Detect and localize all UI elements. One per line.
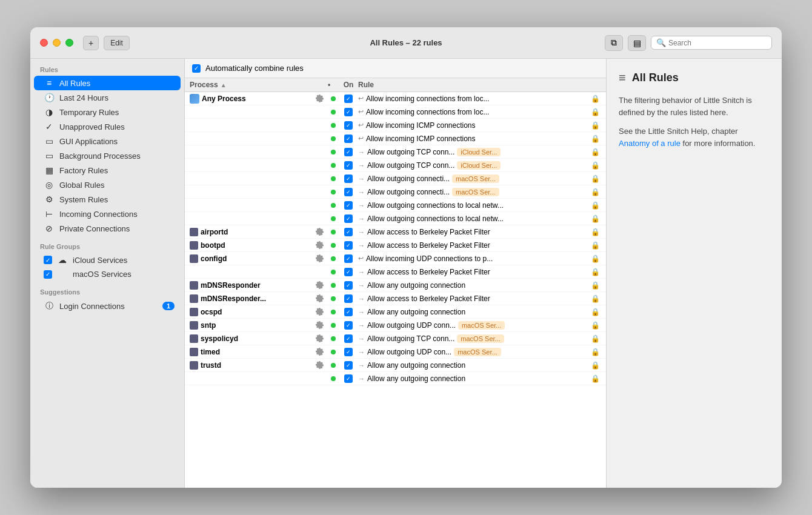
table-row[interactable]: → Allow outgoing TCP conn... iCloud Ser.… <box>185 145 606 159</box>
on-checkbox[interactable] <box>339 161 358 170</box>
gear-button[interactable] <box>311 254 328 262</box>
sidebar-item-macos[interactable]: macOS Services <box>34 267 181 281</box>
table-row[interactable]: Any Process ↩ Allow incoming connections… <box>185 92 606 105</box>
sidebar-item-private[interactable]: ⊘ Private Connections <box>34 221 181 236</box>
sidebar-item-factory[interactable]: ▦ Factory Rules <box>34 163 181 178</box>
rule-tag[interactable]: iCloud Ser... <box>457 161 501 170</box>
gear-button[interactable] <box>311 321 328 329</box>
on-checkbox[interactable] <box>339 121 358 130</box>
table-row[interactable]: → Allow outgoing connections to local ne… <box>185 199 606 212</box>
process-name-cell[interactable]: mDNSResponder <box>190 281 311 290</box>
process-name-cell[interactable]: mDNSResponder... <box>190 294 311 303</box>
on-column-header[interactable]: On <box>339 81 358 89</box>
rule-tag[interactable]: macOS Ser... <box>452 174 499 183</box>
rule-tag[interactable]: iCloud Ser... <box>457 148 501 156</box>
table-row[interactable]: bootpd → Allow access to Berkeley Packet… <box>185 239 606 252</box>
close-button[interactable] <box>40 39 48 47</box>
table-row[interactable]: syspolicyd → Allow outgoing TCP conn... … <box>185 332 606 345</box>
on-checkbox[interactable] <box>339 214 358 223</box>
table-row[interactable]: mDNSResponder → Allow any outgoing conne… <box>185 279 606 292</box>
rule-tag[interactable]: macOS Ser... <box>457 334 504 343</box>
process-name-cell[interactable]: syspolicyd <box>190 334 311 343</box>
add-button[interactable]: + <box>83 36 99 50</box>
sidebar-item-login[interactable]: ⓘ Login Connections 1 <box>34 298 181 314</box>
sidebar-item-icloud[interactable]: ☁ iCloud Services <box>34 253 181 267</box>
gear-button[interactable] <box>311 308 328 316</box>
gear-button[interactable] <box>311 281 328 289</box>
table-row[interactable]: airportd → Allow access to Berkeley Pack… <box>185 225 606 239</box>
sidebar-item-temporary[interactable]: ◑ Temporary Rules <box>34 105 181 119</box>
process-name-cell[interactable]: Any Process <box>190 94 311 104</box>
on-checkbox[interactable] <box>339 294 358 303</box>
gear-button[interactable] <box>311 334 328 342</box>
table-row[interactable]: ocspd → Allow any outgoing connection🔒 <box>185 305 606 319</box>
gear-button[interactable] <box>311 228 328 236</box>
table-row[interactable]: ↩ Allow incoming ICMP connections🔒 <box>185 119 606 132</box>
table-row[interactable]: timed → Allow outgoing UDP con... macOS … <box>185 345 606 359</box>
on-checkbox[interactable] <box>339 348 358 356</box>
on-checkbox[interactable] <box>339 148 358 156</box>
macos-checkbox[interactable] <box>44 270 52 279</box>
table-row[interactable]: configd ↩ Allow incoming UDP connections… <box>185 252 606 265</box>
on-checkbox[interactable] <box>339 228 358 236</box>
table-row[interactable]: → Allow outgoing connections to local ne… <box>185 212 606 225</box>
gear-button[interactable] <box>311 348 328 356</box>
process-name-cell[interactable]: timed <box>190 348 311 356</box>
process-name-cell[interactable]: bootpd <box>190 241 311 250</box>
sidebar-item-unapproved[interactable]: ✓ Unapproved Rules <box>34 119 181 134</box>
process-column-header[interactable]: Process ▲ <box>190 81 311 89</box>
on-checkbox[interactable] <box>339 374 358 383</box>
rule-tag[interactable]: macOS Ser... <box>454 348 501 356</box>
on-checkbox[interactable] <box>339 188 358 196</box>
sidebar-item-global[interactable]: ◎ Global Rules <box>34 178 181 192</box>
anatomy-link[interactable]: Anatomy of a rule <box>619 139 681 148</box>
sidebar-item-incoming[interactable]: ⊢ Incoming Connections <box>34 207 181 221</box>
table-row[interactable]: → Allow access to Berkeley Packet Filter… <box>185 265 606 279</box>
auto-combine-checkbox[interactable] <box>192 64 201 73</box>
on-checkbox[interactable] <box>339 281 358 290</box>
minimize-button[interactable] <box>53 39 61 47</box>
table-row[interactable]: sntp → Allow outgoing UDP conn... macOS … <box>185 319 606 332</box>
process-name-cell[interactable]: trustd <box>190 361 311 370</box>
fullscreen-button[interactable]: ⧉ <box>605 35 623 51</box>
table-row[interactable]: mDNSResponder... → Allow access to Berke… <box>185 292 606 305</box>
gear-button[interactable] <box>311 361 328 369</box>
on-checkbox[interactable] <box>339 108 358 116</box>
on-checkbox[interactable] <box>339 361 358 370</box>
table-row[interactable]: ↩ Allow incoming ICMP connections🔒 <box>185 132 606 145</box>
on-checkbox[interactable] <box>339 268 358 276</box>
process-name-cell[interactable]: sntp <box>190 321 311 330</box>
sidebar-item-system[interactable]: ⚙ System Rules <box>34 192 181 207</box>
rule-tag[interactable]: macOS Ser... <box>452 188 499 196</box>
sidebar-item-background[interactable]: ▭ Background Processes <box>34 148 181 163</box>
sidebar-toggle-button[interactable]: ▤ <box>628 35 646 51</box>
sidebar-item-all-rules[interactable]: ≡ All Rules <box>34 76 181 90</box>
process-name-cell[interactable]: configd <box>190 254 311 263</box>
on-checkbox[interactable] <box>339 308 358 316</box>
process-name-cell[interactable]: ocspd <box>190 308 311 316</box>
on-checkbox[interactable] <box>339 254 358 263</box>
sidebar-item-gui-apps[interactable]: ▭ GUI Applications <box>34 134 181 148</box>
gear-button[interactable] <box>311 241 328 249</box>
icloud-checkbox[interactable] <box>44 256 52 264</box>
on-checkbox[interactable] <box>339 241 358 250</box>
table-row[interactable]: ↩ Allow incoming connections from loc...… <box>185 105 606 119</box>
on-checkbox[interactable] <box>339 135 358 143</box>
edit-button[interactable]: Edit <box>104 36 130 50</box>
search-input[interactable] <box>668 39 767 47</box>
table-row[interactable]: → Allow outgoing TCP conn... iCloud Ser.… <box>185 159 606 172</box>
on-checkbox[interactable] <box>339 95 358 103</box>
rule-tag[interactable]: macOS Ser... <box>458 321 505 330</box>
table-row[interactable]: → Allow any outgoing connection🔒 <box>185 372 606 385</box>
gear-button[interactable] <box>311 95 328 102</box>
process-name-cell[interactable]: airportd <box>190 228 311 236</box>
gear-button[interactable] <box>311 294 328 302</box>
on-checkbox[interactable] <box>339 334 358 343</box>
on-checkbox[interactable] <box>339 201 358 210</box>
search-box[interactable]: 🔍 <box>651 36 772 50</box>
table-row[interactable]: trustd → Allow any outgoing connection🔒 <box>185 359 606 372</box>
maximize-button[interactable] <box>65 39 73 47</box>
on-checkbox[interactable] <box>339 174 358 183</box>
sidebar-item-last24[interactable]: 🕐 Last 24 Hours <box>34 90 181 105</box>
table-row[interactable]: → Allow outgoing connecti... macOS Ser..… <box>185 185 606 199</box>
